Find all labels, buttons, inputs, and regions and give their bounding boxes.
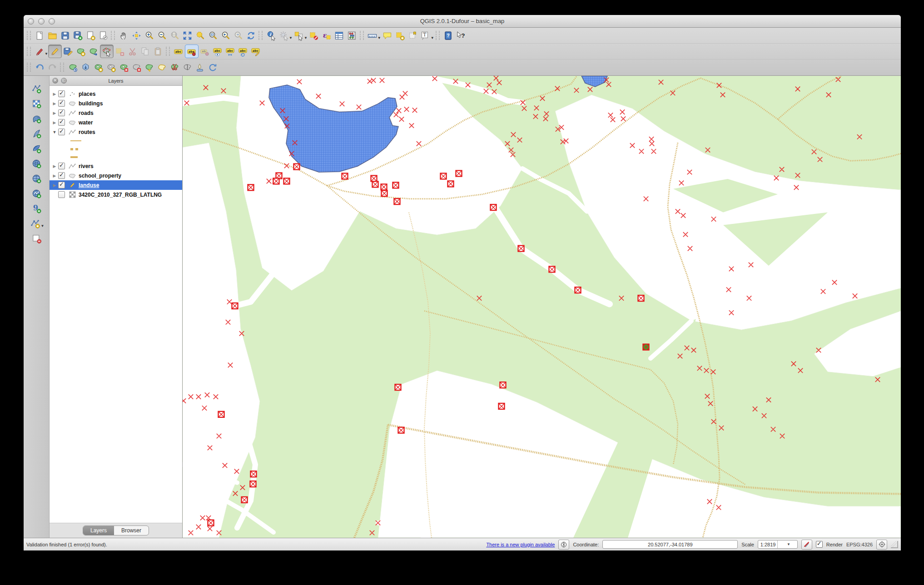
deselect-features-button[interactable] xyxy=(308,29,320,42)
help-contents-button[interactable]: ? xyxy=(442,29,455,42)
pan-map-button[interactable] xyxy=(117,29,130,42)
label-toolbar-button[interactable]: abc xyxy=(172,45,185,58)
delete-selected-button[interactable] xyxy=(114,45,126,58)
zoom-full-button[interactable] xyxy=(181,29,194,42)
vertex-marker[interactable] xyxy=(398,427,404,433)
split-parts-button[interactable] xyxy=(181,61,194,74)
map-canvas[interactable] xyxy=(183,76,901,538)
toolbar-drag-handle[interactable] xyxy=(27,31,31,40)
vertex-marker[interactable] xyxy=(294,164,300,170)
zoom-next-button[interactable] xyxy=(232,29,244,42)
layer-item-water[interactable]: ▶water xyxy=(50,118,182,127)
vertex-marker[interactable] xyxy=(549,266,555,272)
pan-to-selection-button[interactable] xyxy=(130,29,143,42)
vertex-marker[interactable] xyxy=(499,403,505,409)
layer-visibility-checkbox[interactable] xyxy=(58,191,65,198)
vertex-marker[interactable] xyxy=(371,175,377,181)
save-project-button[interactable] xyxy=(59,29,71,42)
vertex-marker[interactable] xyxy=(395,384,401,390)
toolbar-drag-handle[interactable] xyxy=(360,31,364,40)
layer-expander-icon[interactable]: ▶ xyxy=(52,92,57,96)
toggle-editing-button[interactable] xyxy=(48,45,62,58)
vertex-marker[interactable] xyxy=(575,287,581,293)
pin-labels-button[interactable]: abc xyxy=(185,45,199,58)
zoom-native-button[interactable]: 1:1 xyxy=(168,29,181,42)
add-wms-layer-button[interactable] xyxy=(30,157,43,170)
redo-button[interactable] xyxy=(46,61,59,74)
run-feature-action-button[interactable] xyxy=(278,29,290,42)
layer-item-places[interactable]: ▶places xyxy=(50,89,182,99)
vertex-marker[interactable] xyxy=(242,497,248,503)
whats-this-button[interactable]: ? xyxy=(455,29,467,42)
vertex-marker[interactable] xyxy=(251,471,257,477)
vertex-marker[interactable] xyxy=(250,481,256,487)
text-annotation-button[interactable]: T xyxy=(419,29,432,42)
layer-visibility-checkbox[interactable] xyxy=(58,100,65,107)
layer-visibility-checkbox[interactable] xyxy=(58,129,65,135)
new-project-button[interactable] xyxy=(33,29,46,42)
toolbar-drag-handle[interactable] xyxy=(60,63,64,72)
toolbar-drag-handle[interactable] xyxy=(27,63,31,72)
remove-layer-button[interactable] xyxy=(30,232,43,245)
coordinate-input[interactable]: 20.52077,-34.01789 xyxy=(602,540,738,549)
select-by-expression-button[interactable]: ε xyxy=(320,29,333,42)
show-bookmarks-button[interactable] xyxy=(407,29,419,42)
vertex-marker[interactable] xyxy=(491,204,497,210)
rotate-point-symbols-button[interactable] xyxy=(206,61,219,74)
add-vector-layer-button[interactable] xyxy=(30,82,43,95)
selected-vertex-marker[interactable] xyxy=(643,344,649,350)
current-edits-button[interactable] xyxy=(33,45,46,58)
undo-button[interactable] xyxy=(33,61,46,74)
highlight-pinned-labels-button[interactable]: ab xyxy=(199,45,211,58)
vertex-marker[interactable] xyxy=(219,411,224,417)
add-delimited-text-layer-button[interactable]: 9, xyxy=(30,202,43,215)
toolbar-drag-handle[interactable] xyxy=(166,47,170,56)
show-hide-labels-button[interactable]: abc xyxy=(211,45,224,58)
layer-item-roads[interactable]: ▶roads xyxy=(50,108,182,118)
field-calculator-button[interactable] xyxy=(346,29,358,42)
plugin-icon[interactable] xyxy=(558,540,569,550)
layer-item-buildings[interactable]: ▶buildings xyxy=(50,99,182,108)
title-bar[interactable]: QGIS 2.0.1-Dufour – basic_map xyxy=(24,15,901,28)
layer-visibility-checkbox[interactable] xyxy=(58,172,65,179)
simplify-feature-button[interactable] xyxy=(79,61,92,74)
composer-manager-button[interactable] xyxy=(97,29,109,42)
add-spatialite-layer-button[interactable] xyxy=(30,127,43,140)
new-bookmark-button[interactable] xyxy=(394,29,407,42)
layer-visibility-checkbox[interactable] xyxy=(58,182,65,188)
save-project-as-button[interactable] xyxy=(71,29,84,42)
layer-expander-icon[interactable]: ▶ xyxy=(52,111,57,115)
layer-visibility-checkbox[interactable] xyxy=(58,163,65,169)
cut-features-button[interactable] xyxy=(126,45,139,58)
delete-ring-button[interactable] xyxy=(117,61,130,74)
vertex-marker[interactable] xyxy=(638,295,644,301)
scale-combo[interactable]: 1:2819 ▼ xyxy=(758,540,798,549)
node-tool-button[interactable] xyxy=(100,45,114,58)
layer-expander-icon[interactable]: ▶ xyxy=(52,101,57,106)
new-shapefile-layer-button[interactable] xyxy=(29,217,42,230)
zoom-to-selection-button[interactable] xyxy=(194,29,206,42)
vertex-marker[interactable] xyxy=(284,178,290,184)
layer-item-rivers[interactable]: ▶rivers xyxy=(50,161,182,171)
move-label-button[interactable]: abc xyxy=(224,45,237,58)
layer-expander-icon[interactable]: ▼ xyxy=(52,130,57,134)
vertex-marker[interactable] xyxy=(393,182,399,188)
delete-part-button[interactable] xyxy=(130,61,143,74)
add-feature-button[interactable] xyxy=(75,45,87,58)
toolbar-drag-handle[interactable] xyxy=(436,31,440,40)
add-raster-layer-button[interactable] xyxy=(30,97,43,110)
vertex-marker[interactable] xyxy=(373,181,378,187)
toolbar-drag-handle[interactable] xyxy=(111,31,115,40)
vertex-marker[interactable] xyxy=(518,246,524,252)
identify-features-button[interactable]: i xyxy=(265,29,278,42)
add-wfs-layer-button[interactable] xyxy=(30,187,43,200)
layer-expander-icon[interactable]: ▶ xyxy=(52,183,57,188)
copy-features-button[interactable] xyxy=(139,45,152,58)
new-print-composer-button[interactable] xyxy=(84,29,97,42)
layer-visibility-checkbox[interactable] xyxy=(58,109,65,116)
vertex-marker[interactable] xyxy=(456,170,462,176)
tab-layers[interactable]: Layers xyxy=(83,526,114,535)
layer-expander-icon[interactable]: ▶ xyxy=(52,164,57,169)
vertex-marker[interactable] xyxy=(381,184,387,190)
stop-render-button[interactable] xyxy=(801,540,812,550)
